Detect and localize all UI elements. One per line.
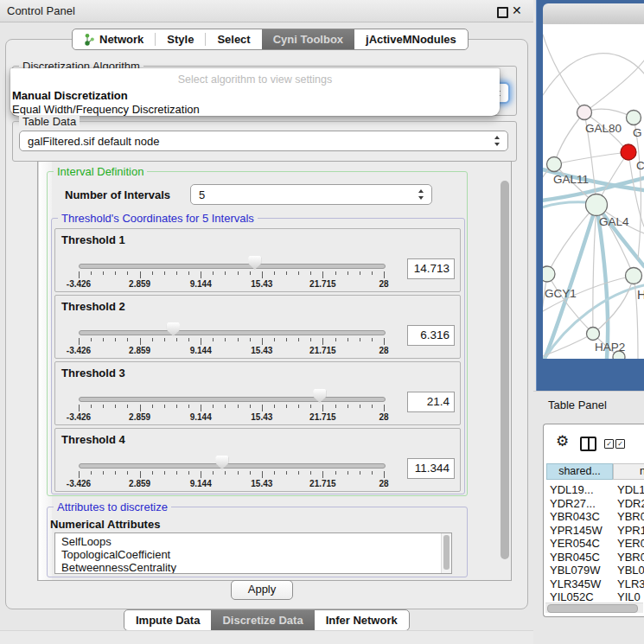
threshold-slider-track[interactable]	[79, 397, 386, 402]
dropdown-option-manual[interactable]: Manual Discretization	[12, 89, 128, 102]
table-row[interactable]: YBR045CYBR0	[544, 551, 644, 564]
slider-tick	[79, 405, 80, 411]
slider-tick	[238, 405, 239, 408]
slider-tick	[164, 471, 165, 475]
table-row[interactable]: YDR27...YDR2	[544, 497, 644, 511]
cell-shared-name: YBL079W	[550, 564, 601, 577]
slider-tick	[310, 471, 311, 475]
slider-tick	[127, 271, 128, 275]
slider-tick	[188, 471, 189, 475]
threshold-slider-track[interactable]	[79, 330, 386, 335]
numerical-attributes-list[interactable]: SelfLoopsTopologicalCoefficientBetweenne…	[54, 532, 452, 574]
slider-tick	[91, 271, 92, 275]
dropdown-option-equal-width[interactable]: Equal Width/Frequency Discretization	[12, 103, 200, 116]
table-row[interactable]: YLR345WYLR3	[544, 577, 644, 591]
node-gal4[interactable]	[586, 194, 608, 216]
threshold-panel: Threshold 4 11.344 -3.4262.8599.14415.43…	[54, 428, 461, 492]
slider-tick	[348, 471, 348, 475]
node-red-selected[interactable]	[621, 144, 636, 160]
slider-tick	[103, 471, 104, 475]
slider-tick	[140, 271, 141, 278]
tab-impute-data[interactable]: Impute Data	[124, 610, 211, 630]
threshold-value-field[interactable]: 14.713	[407, 258, 455, 279]
threshold-label: Threshold 2	[61, 300, 125, 313]
table-row[interactable]: YER054CYER0	[544, 537, 644, 551]
show-columns-checkboxes[interactable]: ✓ ✓	[604, 439, 625, 449]
attribute-list-item[interactable]: TopologicalCoefficient	[61, 548, 170, 561]
cell-name: YBL0	[617, 564, 644, 577]
node-label: G	[633, 126, 642, 139]
tab-cyni-toolbox[interactable]: Cyni Toolbox	[262, 29, 354, 49]
gear-icon[interactable]: ⚙	[556, 434, 569, 449]
table-row[interactable]: YBR043CYBR0	[544, 510, 644, 524]
threshold-label: Threshold 4	[61, 433, 125, 446]
slider-tick	[140, 405, 141, 411]
tab-jactivemnodules[interactable]: jActiveMNodules	[354, 29, 468, 49]
node-gal80[interactable]	[577, 105, 592, 120]
apply-button[interactable]: Apply	[231, 580, 293, 600]
slider-tick	[115, 405, 116, 408]
table-row[interactable]: YDL19...YDL1	[544, 483, 644, 497]
settings-scrollbar-thumb[interactable]	[501, 181, 509, 559]
slider-tick	[188, 271, 189, 275]
slider-tick-label: -3.426	[59, 479, 99, 488]
node-gcy1[interactable]	[543, 266, 555, 282]
table-data-combobox[interactable]: galFiltered.sif default node	[19, 131, 508, 151]
slider-tick	[238, 271, 239, 275]
slider-tick	[298, 271, 299, 275]
attributes-list-scrollbar[interactable]	[441, 533, 451, 573]
slider-tick	[91, 338, 92, 341]
slider-tick	[164, 405, 165, 408]
node-label: H	[637, 288, 644, 302]
close-icon[interactable]: ✕	[512, 3, 522, 17]
checkbox-icon[interactable]: ✓	[615, 439, 625, 449]
node-label: GAL80	[585, 122, 622, 135]
column-header-name[interactable]: na	[613, 463, 644, 480]
slider-tick	[213, 271, 214, 275]
slider-tick	[176, 271, 177, 275]
table-hscrollbar-track[interactable]	[545, 603, 643, 613]
tab-infer-network[interactable]: Infer Network	[315, 610, 409, 630]
slider-tick	[201, 338, 201, 345]
slider-tick-label: -3.426	[59, 346, 99, 355]
threshold-value-field[interactable]: 6.316	[407, 325, 455, 346]
slider-tick	[274, 271, 275, 275]
num-intervals-label: Number of Intervals	[65, 188, 170, 201]
slider-tick	[213, 471, 214, 475]
slider-tick	[335, 405, 336, 408]
slider-tick-label: 15.43	[242, 346, 282, 355]
node-h[interactable]	[626, 268, 642, 284]
slider-tick	[201, 405, 201, 411]
attribute-list-item[interactable]: BetweennessCentrality	[61, 561, 176, 574]
threshold-value-field[interactable]: 21.4	[407, 392, 455, 412]
tab-network[interactable]: Network	[73, 29, 155, 49]
table-hscrollbar-thumb[interactable]	[547, 604, 638, 613]
cyni-mode-tabbar: Impute DataDiscretize DataInfer Network	[124, 609, 410, 631]
network-canvas[interactable]: GAL80 G C GAL11 GAL4 GCY1 H HAP2	[543, 24, 644, 359]
slider-tick	[372, 271, 373, 275]
node-g[interactable]	[627, 111, 641, 125]
slider-tick	[286, 405, 287, 408]
slider-tick	[250, 338, 251, 341]
node-label: HAP2	[595, 341, 625, 354]
table-row[interactable]: YPR145WYPR1	[544, 524, 644, 538]
float-window-icon[interactable]	[497, 7, 508, 18]
table-row[interactable]: YBL079WYBL0	[544, 564, 644, 577]
slider-tick	[310, 338, 311, 341]
tab-style[interactable]: Style	[156, 29, 205, 49]
threshold-slider-track[interactable]	[79, 463, 386, 469]
node-gal11[interactable]	[547, 157, 562, 172]
tab-select[interactable]: Select	[206, 29, 261, 49]
tab-discretize-data[interactable]: Discretize Data	[211, 610, 314, 630]
threshold-label: Threshold 1	[61, 233, 125, 246]
threshold-slider-track[interactable]	[79, 264, 386, 269]
attribute-list-item[interactable]: SelfLoops	[61, 535, 112, 548]
network-window-titlebar[interactable]	[543, 3, 644, 25]
threshold-value-field[interactable]: 11.344	[407, 458, 455, 479]
num-intervals-combobox[interactable]: 5	[190, 184, 432, 205]
column-selector-icon[interactable]	[580, 437, 596, 451]
column-header-shared-name[interactable]: shared...	[546, 463, 613, 480]
node-hap2[interactable]	[587, 328, 600, 341]
slider-tick-label: 2.859	[120, 479, 160, 488]
checkbox-icon[interactable]: ✓	[604, 439, 614, 449]
